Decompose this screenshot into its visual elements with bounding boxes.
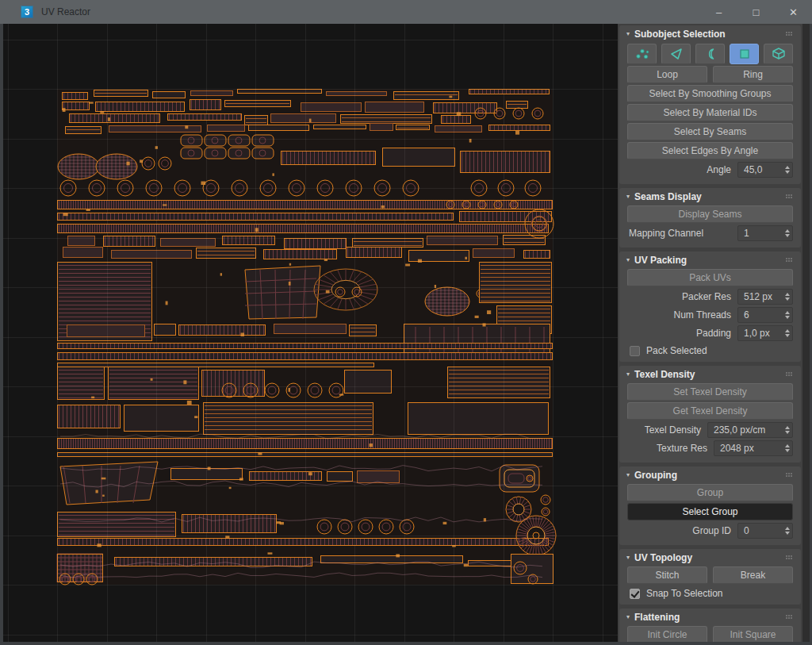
uv-editor-viewport[interactable]: [3, 24, 618, 642]
group-id-label: Group ID: [692, 525, 731, 536]
angle-spinner[interactable]: [785, 163, 790, 177]
texel-density-field[interactable]: 235,0 px/cm: [707, 422, 793, 438]
angle-field[interactable]: 45,0: [737, 162, 793, 178]
section-title: Flattening: [634, 612, 786, 623]
grip-handle-icon[interactable]: [786, 473, 793, 478]
vertex-icon: [634, 48, 650, 60]
edge-mode-button[interactable]: [661, 44, 691, 64]
rollout-header-subobject[interactable]: ▾ Subobject Selection: [619, 25, 801, 41]
group-button[interactable]: Group: [627, 484, 793, 501]
mapping-channel-spinner[interactable]: [785, 226, 790, 240]
snap-to-selection-label: Snap To Selection: [646, 588, 723, 599]
collapse-arrow-icon: ▾: [626, 614, 630, 620]
title-bar[interactable]: 3 UV Reactor – □ ✕: [0, 0, 812, 24]
pack-selected-checkbox[interactable]: [630, 346, 640, 356]
app-icon: 3: [21, 6, 33, 18]
window-title: UV Reactor: [41, 6, 90, 17]
minimize-button[interactable]: –: [700, 0, 737, 24]
maximize-button[interactable]: □: [737, 0, 775, 24]
section-uv-packing: ▾ UV Packing Pack UVs Packer Res 512 px …: [619, 251, 801, 362]
collapse-arrow-icon: ▾: [626, 31, 630, 37]
section-title: UV Packing: [634, 255, 786, 266]
break-button[interactable]: Break: [713, 566, 793, 584]
padding-spinner[interactable]: [785, 326, 790, 340]
ring-button[interactable]: Ring: [713, 66, 793, 83]
rollout-header-uv-topology[interactable]: ▾ UV Topology: [619, 549, 801, 565]
section-seams-display: ▾ Seams Display Display Seams Mapping Ch…: [619, 188, 801, 248]
display-seams-button[interactable]: Display Seams: [627, 205, 793, 223]
section-title: UV Topology: [634, 552, 786, 563]
packer-res-field[interactable]: 512 px: [737, 289, 793, 305]
texture-res-label: Texture Res: [657, 443, 707, 454]
window-controls: – □ ✕: [700, 0, 812, 24]
grip-handle-icon[interactable]: [786, 32, 793, 36]
section-uv-topology: ▾ UV Topology Stitch Break Snap To Selec…: [619, 549, 801, 605]
texel-density-label: Texel Density: [645, 424, 701, 436]
border-icon: [704, 48, 717, 60]
section-flattening: ▾ Flattening Init Circle Init Square: [619, 609, 801, 642]
element-mode-button[interactable]: [764, 44, 793, 64]
polygon-icon: [738, 48, 751, 60]
group-id-value: 0: [744, 525, 749, 536]
group-id-spinner[interactable]: [785, 524, 790, 538]
padding-label: Padding: [696, 328, 731, 339]
init-square-button[interactable]: Init Square: [713, 626, 793, 642]
panel-scrollbar-track[interactable]: [802, 24, 810, 642]
texel-density-value: 235,0 px/cm: [714, 424, 765, 436]
collapse-arrow-icon: ▾: [626, 472, 630, 478]
group-id-field[interactable]: 0: [737, 523, 793, 539]
packer-res-value: 512 px: [744, 291, 772, 302]
grip-handle-icon[interactable]: [786, 258, 793, 263]
set-texel-density-button[interactable]: Set Texel Density: [627, 383, 793, 401]
select-by-material-ids-button[interactable]: Select By Material IDs: [627, 104, 793, 121]
packer-res-spinner[interactable]: [785, 290, 790, 304]
texel-density-spinner[interactable]: [785, 423, 790, 437]
angle-value: 45,0: [744, 164, 762, 175]
rollout-header-uv-packing[interactable]: ▾ UV Packing: [619, 251, 801, 267]
collapse-arrow-icon: ▾: [626, 555, 630, 561]
collapse-arrow-icon: ▾: [626, 194, 630, 200]
padding-field[interactable]: 1,0 px: [737, 325, 793, 341]
collapse-arrow-icon: ▾: [626, 371, 630, 378]
mapping-channel-value: 1: [744, 228, 749, 239]
snap-to-selection-checkbox[interactable]: [630, 589, 640, 599]
section-grouping: ▾ Grouping Group Select Group Group ID 0: [619, 466, 801, 545]
mapping-channel-label: Mapping Channel: [629, 228, 703, 239]
grip-handle-icon[interactable]: [786, 555, 793, 560]
angle-label: Angle: [707, 164, 731, 175]
rollout-header-flattening[interactable]: ▾ Flattening: [619, 609, 801, 624]
element-cube-icon: [771, 48, 787, 60]
select-by-smoothing-groups-button[interactable]: Select By Smoothing Groups: [627, 85, 793, 102]
num-threads-field[interactable]: 6: [737, 307, 793, 323]
mapping-channel-field[interactable]: 1: [737, 225, 793, 241]
select-group-button[interactable]: Select Group: [627, 503, 793, 520]
num-threads-value: 6: [744, 309, 749, 321]
border-mode-button[interactable]: [695, 44, 725, 64]
grip-handle-icon[interactable]: [786, 194, 793, 199]
texture-res-spinner[interactable]: [785, 441, 790, 455]
section-subobject-selection: ▾ Subobject Selection: [619, 25, 801, 184]
packer-res-label: Packer Res: [682, 291, 731, 302]
stitch-button[interactable]: Stitch: [627, 566, 707, 584]
rollout-header-grouping[interactable]: ▾ Grouping: [619, 466, 801, 482]
polygon-mode-button[interactable]: [730, 44, 759, 64]
section-title: Seams Display: [634, 191, 786, 202]
num-threads-spinner[interactable]: [785, 308, 790, 322]
select-edges-by-angle-button[interactable]: Select Edges By Angle: [627, 142, 793, 159]
rollout-header-seams-display[interactable]: ▾ Seams Display: [619, 188, 801, 204]
close-button[interactable]: ✕: [775, 0, 812, 24]
grip-handle-icon[interactable]: [786, 615, 793, 620]
vertex-mode-button[interactable]: [627, 44, 657, 64]
pack-uvs-button[interactable]: Pack UVs: [627, 269, 793, 286]
padding-value: 1,0 px: [744, 328, 770, 339]
section-title: Grouping: [634, 470, 786, 481]
get-texel-density-button[interactable]: Get Texel Density: [627, 402, 793, 420]
texture-res-field[interactable]: 2048 px: [714, 440, 793, 456]
grip-handle-icon[interactable]: [786, 372, 793, 377]
select-by-seams-button[interactable]: Select By Seams: [627, 123, 793, 140]
loop-button[interactable]: Loop: [627, 66, 707, 83]
collapse-arrow-icon: ▾: [626, 257, 630, 263]
rollout-header-texel-density[interactable]: ▾ Texel Density: [619, 366, 801, 382]
num-threads-label: Num Threads: [674, 309, 731, 321]
init-circle-button[interactable]: Init Circle: [627, 626, 707, 642]
